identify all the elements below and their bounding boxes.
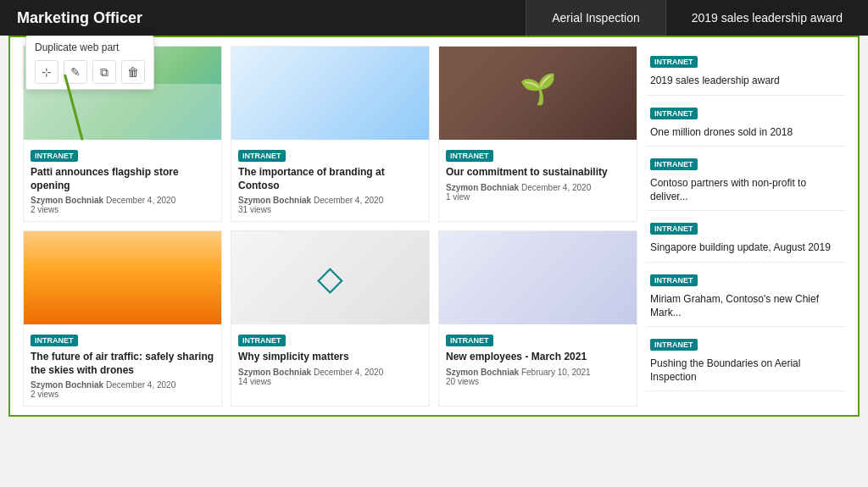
card-6-badge: INTRANET [446, 335, 493, 346]
card-5-date: December 4, 2020 [314, 368, 383, 377]
list-item-6-badge: INTRANET [650, 339, 698, 351]
top-bar: Marketing Officer Aerial Inspection 2019… [0, 0, 868, 36]
card-2[interactable]: INTRANET The importance of branding at C… [231, 46, 430, 222]
list-item-2[interactable]: INTRANET One million drones sold in 2018 [646, 97, 845, 147]
card-6-views: 20 views [446, 377, 479, 386]
card-3[interactable]: INTRANET Our commitment to sustainabilit… [438, 46, 637, 222]
card-2-title: The importance of branding at Contoso [238, 166, 422, 192]
card-2-author: Szymon Bochniak [238, 196, 311, 205]
list-item-2-badge: INTRANET [650, 108, 698, 119]
list-item-5[interactable]: INTRANET Miriam Graham, Contoso's new Ch… [646, 264, 845, 327]
card-4-views: 2 views [31, 390, 58, 399]
card-2-badge: INTRANET [238, 150, 286, 162]
list-item-3[interactable]: INTRANET Contoso partners with non-profi… [646, 148, 845, 211]
card-5-views: 14 views [238, 377, 271, 386]
card-1-badge: INTRANET [31, 150, 78, 162]
card-4-title: The future of air traffic: safely sharin… [31, 351, 214, 377]
card-3-title: Our commitment to sustainability [446, 166, 630, 180]
card-4-author: Szymon Bochniak [31, 380, 103, 390]
card-5-meta: Szymon Bochniak December 4, 2020 14 view… [238, 368, 422, 386]
card-6-body: INTRANET New employees - March 2021 Szym… [439, 324, 637, 393]
card-1-date: December 4, 2020 [106, 196, 175, 205]
popup-icon-group: ⊹ ✎ ⧉ 🗑 [35, 60, 145, 84]
card-5-body: INTRANET Why simplicity matters Szymon B… [231, 324, 429, 393]
list-item-1-badge: INTRANET [650, 56, 698, 68]
card-1-body: INTRANET Patti announces flagship store … [24, 140, 221, 221]
card-3-meta: Szymon Bochniak December 4, 2020 1 view [446, 183, 630, 202]
list-item-6-title: Pushing the Boundaries on Aerial Inspect… [650, 357, 841, 384]
card-6-image [439, 231, 637, 324]
list-item-1-title: 2019 sales leadership award [650, 75, 841, 88]
move-icon[interactable]: ⊹ [35, 60, 58, 84]
card-2-meta: Szymon Bochniak December 4, 2020 31 view… [238, 196, 422, 214]
card-5[interactable]: INTRANET Why simplicity matters Szymon B… [231, 230, 430, 407]
list-item-2-title: One million drones sold in 2018 [650, 126, 841, 140]
card-6-title: New employees - March 2021 [446, 351, 630, 364]
card-3-author: Szymon Bochniak [446, 183, 519, 192]
list-item-6[interactable]: INTRANET Pushing the Boundaries on Aeria… [646, 329, 845, 391]
page-title: Marketing Officer [0, 0, 526, 36]
card-5-title: Why simplicity matters [238, 351, 422, 364]
card-2-views: 31 views [238, 205, 271, 214]
card-2-body: INTRANET The importance of branding at C… [231, 140, 429, 221]
card-3-image [439, 47, 637, 140]
duplicate-popup: Duplicate web part ⊹ ✎ ⧉ 🗑 [25, 36, 154, 90]
card-1-title: Patti announces flagship store opening [31, 166, 214, 192]
card-4-badge: INTRANET [31, 335, 78, 346]
list-item-1[interactable]: INTRANET 2019 sales leadership award [646, 46, 845, 96]
list-item-4[interactable]: INTRANET Singapore building update, Augu… [646, 213, 845, 263]
list-item-5-title: Miriam Graham, Contoso's new Chief Mark.… [650, 293, 841, 319]
card-1-views: 2 views [31, 205, 58, 214]
card-2-date: December 4, 2020 [314, 196, 383, 205]
card-6-author: Szymon Bochniak [446, 368, 519, 377]
list-item-4-badge: INTRANET [650, 223, 698, 235]
card-3-badge: INTRANET [446, 150, 493, 162]
card-1-author: Szymon Bochniak [31, 196, 103, 205]
card-6[interactable]: INTRANET New employees - March 2021 Szym… [438, 230, 637, 407]
list-item-3-title: Contoso partners with non-profit to deli… [650, 177, 841, 203]
list-item-4-title: Singapore building update, August 2019 [650, 241, 841, 255]
card-5-author: Szymon Bochniak [238, 368, 311, 377]
card-5-badge: INTRANET [238, 335, 286, 346]
card-grid: INTRANET Patti announces flagship store … [23, 46, 637, 407]
content-grid: INTRANET Patti announces flagship store … [23, 46, 845, 407]
duplicate-icon[interactable]: ⧉ [92, 60, 116, 84]
card-5-image [231, 231, 429, 324]
award-link[interactable]: 2019 sales leadership award [665, 0, 868, 36]
card-4-body: INTRANET The future of air traffic: safe… [24, 324, 221, 406]
card-3-body: INTRANET Our commitment to sustainabilit… [439, 140, 637, 208]
card-3-date: December 4, 2020 [521, 183, 591, 192]
card-4-date: December 4, 2020 [106, 380, 175, 390]
card-4-image [24, 231, 221, 324]
aerial-inspection-link[interactable]: Aerial Inspection [526, 0, 665, 36]
delete-icon[interactable]: 🗑 [121, 60, 145, 84]
card-1-meta: Szymon Bochniak December 4, 2020 2 views [31, 196, 214, 214]
card-6-meta: Szymon Bochniak February 10, 2021 20 vie… [446, 368, 630, 386]
card-3-views: 1 view [446, 192, 470, 202]
list-item-3-badge: INTRANET [650, 158, 698, 170]
right-list: INTRANET 2019 sales leadership award INT… [646, 46, 845, 407]
card-4-meta: Szymon Bochniak December 4, 2020 2 views [31, 380, 214, 399]
main-content: INTRANET Patti announces flagship store … [8, 36, 860, 417]
card-6-date: February 10, 2021 [521, 368, 591, 377]
card-2-image [231, 47, 429, 140]
list-item-5-badge: INTRANET [650, 274, 698, 286]
popup-label: Duplicate web part [35, 42, 145, 53]
card-4[interactable]: INTRANET The future of air traffic: safe… [23, 230, 222, 407]
